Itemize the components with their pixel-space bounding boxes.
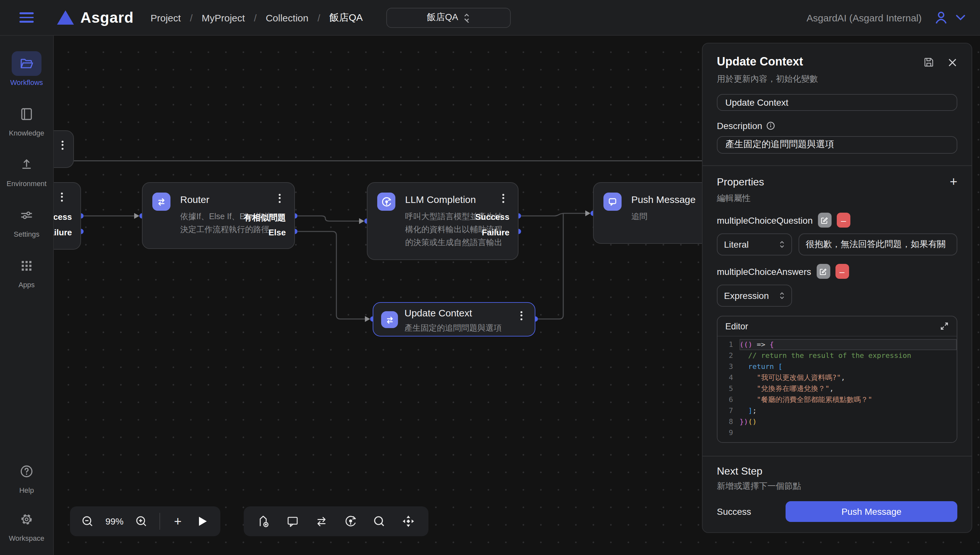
upload-icon [19, 157, 34, 172]
account-chevron-down-icon[interactable] [955, 14, 966, 21]
zoom-level: 99% [101, 516, 127, 526]
next-step-title: Next Step [717, 465, 957, 477]
zoom-out-button[interactable] [77, 510, 99, 532]
edit-property-button[interactable] [818, 213, 831, 228]
run-workflow-button[interactable] [192, 510, 214, 532]
node-partial-left[interactable]: Success Failure [54, 182, 81, 250]
node-menu-icon[interactable] [517, 309, 526, 322]
edge-arrowhead [365, 316, 370, 322]
add-property-button[interactable]: + [950, 175, 957, 190]
info-icon [766, 121, 775, 130]
app-root: Asgard Project / MyProject / Collection … [0, 0, 980, 555]
panel-divider [703, 165, 972, 165]
top-navbar: Asgard Project / MyProject / Collection … [0, 0, 980, 36]
sidebar-label: Environment [6, 180, 46, 188]
toolbar-divider [159, 513, 160, 530]
node-menu-icon[interactable] [57, 191, 66, 203]
node-partial-top[interactable] [54, 130, 74, 168]
breadcrumb-workflow[interactable]: 飯店QA [329, 11, 363, 24]
swap-arrows-icon [381, 311, 398, 328]
llm-bulb-icon [377, 192, 396, 211]
chat-bubble-icon[interactable] [282, 510, 304, 532]
move-diamond-icon[interactable] [397, 510, 420, 532]
user-icon[interactable] [934, 10, 949, 25]
navbar-right: AsgardAI (Asgard Internal) [807, 10, 966, 25]
sidebar-item-workflows[interactable]: Workflows [0, 51, 53, 86]
properties-title: Properties [717, 176, 764, 188]
gear-icon [19, 512, 34, 526]
node-description: 追問 [631, 210, 647, 223]
chevron-updown-icon [779, 240, 785, 249]
panel-subtitle: 用於更新內容，初始化變數 [717, 73, 957, 85]
breadcrumb-separator: / [318, 12, 320, 23]
add-button[interactable]: + [167, 510, 189, 532]
node-router[interactable]: Router 依據If、Else If、Else條件決定工作流程執行的路徑 有相… [142, 182, 295, 249]
next-step-target-button[interactable]: Push Message [786, 501, 957, 522]
search-icon[interactable] [368, 510, 391, 532]
property-value-input[interactable]: 很抱歉，無法回答此問題，如果有關 [799, 234, 957, 256]
remove-property-button[interactable]: – [837, 213, 850, 228]
sidebar-item-help[interactable]: Help [0, 459, 53, 494]
node-name-input[interactable]: Update Context [717, 94, 957, 111]
sidebar-item-workspace[interactable]: Workspace [0, 507, 53, 542]
node-menu-icon[interactable] [58, 139, 67, 151]
sidebar-label: Settings [14, 230, 40, 238]
brand-name: Asgard [80, 9, 134, 26]
sidebar-item-settings[interactable]: Settings [0, 203, 53, 238]
node-title: LLM Completion [405, 194, 476, 205]
save-icon[interactable] [923, 56, 935, 68]
node-update-context[interactable]: Update Context 產生固定的追問問題與選項 [373, 302, 535, 337]
node-title: Push Message [631, 194, 695, 205]
breadcrumb-myproject[interactable]: MyProject [202, 12, 245, 23]
sidebar-item-apps[interactable]: Apps [0, 253, 53, 289]
workflow-selector[interactable]: 飯店QA [386, 8, 511, 27]
next-step-output-label: Success [717, 506, 751, 517]
output-label-failure[interactable]: Failure [482, 228, 509, 237]
swap-arrows-icon[interactable] [311, 510, 333, 532]
output-label-failure[interactable]: Failure [54, 228, 72, 237]
node-menu-icon[interactable] [275, 192, 284, 204]
llm-bulb-icon[interactable] [339, 510, 362, 532]
close-icon[interactable] [948, 58, 957, 67]
hamburger-menu-icon[interactable] [19, 10, 34, 25]
edge-arrowhead [134, 213, 139, 219]
editor-title: Editor [725, 322, 748, 331]
output-label-else[interactable]: Else [269, 228, 286, 237]
next-step-subtitle: 新增或選擇下一個節點 [717, 480, 957, 492]
breadcrumb-collection[interactable]: Collection [266, 12, 309, 23]
node-description: 產生固定的追問問題與選項 [404, 322, 502, 335]
expand-icon[interactable] [940, 322, 949, 331]
add-node-tag-icon[interactable] [253, 510, 275, 532]
book-icon [19, 107, 34, 121]
sliders-icon [19, 208, 34, 222]
property-type-select[interactable]: Expression [717, 285, 792, 307]
swap-arrows-icon [152, 192, 170, 211]
output-label-success[interactable]: Success [54, 212, 72, 222]
properties-subtitle: 編輯屬性 [717, 193, 957, 205]
editor-code[interactable]: (() => { // return the result of the exp… [740, 339, 957, 439]
sidebar-item-knowledge[interactable]: Knowledge [0, 102, 53, 137]
remove-property-button[interactable]: – [835, 264, 849, 279]
expression-editor[interactable]: Editor 123456789 (() => { // return the … [717, 316, 957, 443]
description-label: Description [717, 120, 957, 131]
node-llm-completion[interactable]: LLM Completion 呼叫大型語言模型並產生結構化的資料輸出以輔助流程的… [367, 182, 519, 260]
property-type-select[interactable]: Literal [717, 234, 792, 256]
chevron-updown-icon [463, 12, 470, 23]
node-menu-icon[interactable] [498, 192, 508, 204]
output-label-similar[interactable]: 有相似問題 [244, 212, 286, 224]
node-config-panel: Update Context 用於更新內容，初始化變數 Update Conte… [702, 43, 972, 533]
breadcrumb: Project / MyProject / Collection / 飯店QA [151, 11, 363, 24]
node-palette-toolbar [244, 506, 428, 536]
chat-bubble-icon [604, 192, 621, 211]
sidebar-label: Help [19, 486, 34, 494]
sidebar-label: Apps [18, 281, 35, 289]
left-sidebar: Workflows Knowledge Environment Settings [0, 36, 54, 555]
edge-else-to-update [295, 231, 365, 319]
zoom-in-button[interactable] [130, 510, 152, 532]
sidebar-item-environment[interactable]: Environment [0, 152, 53, 188]
breadcrumb-project[interactable]: Project [151, 12, 181, 23]
node-description-input[interactable]: 產生固定的追問問題與選項 [717, 136, 957, 153]
output-label-success[interactable]: Success [475, 212, 509, 222]
edit-property-button[interactable] [816, 264, 830, 279]
help-circle-icon [19, 464, 34, 478]
